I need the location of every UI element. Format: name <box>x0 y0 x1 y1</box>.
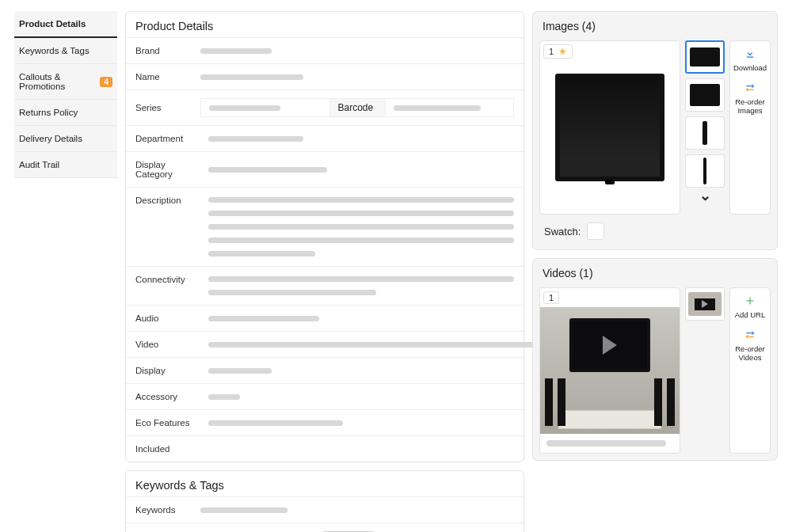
field-description-label: Description <box>135 196 200 205</box>
field-display-value[interactable] <box>208 368 272 374</box>
callouts-badge: 4 <box>100 77 112 87</box>
field-connectivity-label: Connectivity <box>135 275 200 284</box>
product-details-title: Product Details <box>126 12 524 37</box>
field-display-category-value[interactable] <box>208 167 327 173</box>
nav-product-details[interactable]: Product Details <box>14 11 117 38</box>
download-icon <box>744 48 756 60</box>
swatch-row: Swatch: <box>539 219 725 243</box>
field-keywords-value[interactable] <box>200 507 287 513</box>
field-brand-value[interactable] <box>200 48 272 54</box>
right-column: Images (4) 1★ ⌄ Download Re-orde <box>532 11 778 532</box>
field-description-value[interactable] <box>208 196 514 258</box>
videos-title: Videos (1) <box>539 265 771 283</box>
star-icon: ★ <box>558 46 567 57</box>
field-department-value[interactable] <box>208 136 303 142</box>
field-audio-value[interactable] <box>208 316 319 321</box>
plus-icon <box>744 294 756 307</box>
field-display-label: Display <box>135 366 200 375</box>
field-audio-label: Audio <box>135 314 200 323</box>
nav-audit-trail[interactable]: Audit Trail <box>14 152 117 178</box>
images-panel: Images (4) 1★ ⌄ Download Re-orde <box>532 11 778 250</box>
add-url-button[interactable]: Add URL <box>735 294 766 319</box>
reorder-images-button[interactable]: Re-order Images <box>730 82 770 115</box>
field-accessory-label: Accessory <box>135 392 200 401</box>
videos-panel: Videos (1) 1 Add URL <box>532 258 778 461</box>
image-thumb-3[interactable] <box>685 116 725 150</box>
field-series-value[interactable] <box>209 105 280 111</box>
field-accessory-value[interactable] <box>208 394 240 400</box>
field-name-label: Name <box>135 72 192 82</box>
video-thumb-1[interactable] <box>685 287 725 321</box>
image-thumb-4[interactable] <box>685 154 725 188</box>
swatch-label: Swatch: <box>544 226 581 238</box>
sidebar: Product Details Keywords & Tags Callouts… <box>14 11 117 532</box>
nav-returns-policy[interactable]: Returns Policy <box>14 100 117 126</box>
tv-illustration <box>555 74 664 180</box>
field-brand-label: Brand <box>135 46 192 55</box>
video-caption <box>546 440 666 446</box>
center-column: Product Details Brand Name Series Barcod… <box>125 11 524 532</box>
image-thumbnails: ⌄ <box>685 40 725 215</box>
field-department-label: Department <box>135 134 200 143</box>
reorder-icon <box>744 329 756 341</box>
video-index-badge: 1 <box>543 291 559 304</box>
field-series-label: Series <box>135 103 192 112</box>
keywords-tags-panel: Keywords & Tags Keywords Tags <box>125 470 524 532</box>
reorder-videos-button[interactable]: Re-order Videos <box>730 329 770 362</box>
image-thumb-1[interactable] <box>685 40 725 74</box>
product-details-panel: Product Details Brand Name Series Barcod… <box>125 11 524 462</box>
field-display-category-label: Display Category <box>135 160 200 179</box>
image-thumb-2[interactable] <box>685 78 725 112</box>
image-index-badge: 1★ <box>543 44 573 59</box>
field-keywords-label: Keywords <box>135 505 192 515</box>
thumbs-scroll-down[interactable]: ⌄ <box>685 191 725 200</box>
play-icon <box>603 336 617 355</box>
videos-actions: Add URL Re-order Videos <box>729 287 771 454</box>
field-barcode-label: Barcode <box>338 102 374 113</box>
nav-callouts-promotions[interactable]: Callouts & Promotions4 <box>14 64 117 100</box>
video-illustration <box>540 307 680 434</box>
field-included-label: Included <box>135 444 200 454</box>
images-title: Images (4) <box>539 18 771 36</box>
field-name-value[interactable] <box>200 74 303 80</box>
image-preview-main[interactable]: 1★ <box>539 40 680 215</box>
field-eco-value[interactable] <box>208 420 343 426</box>
download-button[interactable]: Download <box>733 48 767 72</box>
field-barcode-value[interactable] <box>394 105 481 111</box>
field-video-value[interactable] <box>208 342 587 348</box>
field-eco-label: Eco Features <box>135 418 200 428</box>
nav-keywords-tags[interactable]: Keywords & Tags <box>14 38 117 64</box>
video-preview-main[interactable]: 1 <box>539 287 680 454</box>
images-actions: Download Re-order Images <box>729 40 771 215</box>
field-connectivity-value[interactable] <box>208 275 514 297</box>
reorder-icon <box>744 82 756 94</box>
field-video-label: Video <box>135 340 200 349</box>
keywords-title: Keywords & Tags <box>126 471 524 496</box>
nav-delivery-details[interactable]: Delivery Details <box>14 126 117 152</box>
swatch-picker[interactable] <box>587 222 604 240</box>
video-thumbnails <box>685 287 725 454</box>
